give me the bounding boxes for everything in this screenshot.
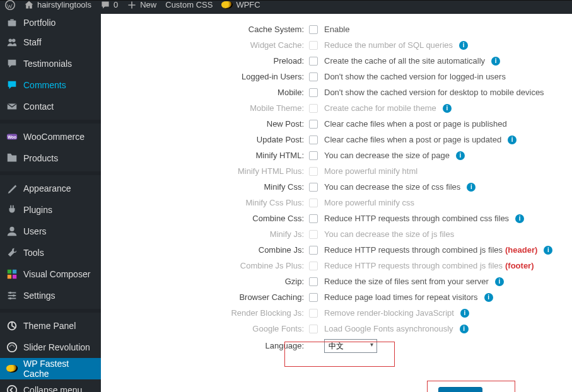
checkbox-combine-js[interactable]	[309, 246, 318, 255]
checkbox-combine-js-plus	[309, 262, 318, 270]
testimonials-icon	[6, 58, 18, 69]
home-icon	[24, 0, 34, 10]
setting-row-new-post: New Post:Clear cache files when a post o…	[101, 116, 572, 132]
sidebar-item-settings[interactable]: Settings	[0, 285, 101, 306]
setting-description: Reduce the size of files sent from your …	[324, 277, 489, 286]
checkbox-gzip[interactable]	[309, 277, 318, 286]
setting-label: Minify Js:	[101, 229, 309, 239]
checkbox-minify-html[interactable]	[309, 151, 318, 160]
checkbox-mobile[interactable]	[309, 88, 318, 97]
sidebar-item-appearance[interactable]: Appearance	[0, 178, 101, 199]
setting-description: Remove render-blocking JavaScript	[324, 308, 454, 318]
sidebar-item-label: Collapse menu	[23, 385, 82, 392]
checkbox-cache-system[interactable]	[309, 25, 318, 34]
new-content[interactable]: New	[127, 0, 156, 10]
sidebar-item-label: Appearance	[23, 183, 71, 193]
setting-row-minify-css-plus: Minify Css Plus:More powerful minify css	[101, 195, 572, 210]
submit-button[interactable]: Submit	[438, 387, 482, 392]
checkbox-preload[interactable]	[309, 57, 318, 66]
setting-label: Mobile:	[101, 88, 309, 97]
info-icon[interactable]	[515, 214, 524, 223]
checkbox-render-blocking-js	[309, 309, 318, 318]
custom-css[interactable]: Custom CSS	[165, 0, 213, 9]
info-icon[interactable]	[544, 246, 552, 255]
info-icon[interactable]	[495, 277, 504, 286]
setting-description: Reduce page load times for repeat visito…	[324, 292, 478, 302]
sidebar-item-staff[interactable]: Staff	[0, 32, 101, 53]
wordpress-icon	[5, 0, 15, 10]
info-icon[interactable]	[460, 325, 469, 333]
svg-rect-13	[8, 275, 11, 279]
checkbox-minify-css[interactable]	[309, 183, 318, 192]
svg-rect-12	[13, 270, 16, 274]
language-label: Language:	[101, 341, 309, 350]
sidebar-item-label: Testimonials	[23, 59, 72, 69]
info-icon[interactable]	[459, 41, 468, 50]
setting-label: New Post:	[101, 119, 309, 129]
language-select[interactable]: 中文	[324, 339, 377, 353]
checkbox-new-post[interactable]	[309, 120, 318, 129]
setting-description: Enable	[324, 25, 349, 34]
plus-icon	[127, 0, 137, 10]
sidebar-item-plugins[interactable]: Plugins	[0, 199, 101, 221]
sidebar-item-comments[interactable]: Comments	[0, 74, 101, 96]
setting-row-cache-system: Cache System:Enable	[101, 21, 572, 37]
setting-label: Google Fonts:	[101, 324, 309, 333]
checkbox-combine-css[interactable]	[309, 214, 318, 223]
sidebar-item-contact[interactable]: Contact	[0, 96, 101, 117]
sidebar-item-users[interactable]: Users	[0, 221, 101, 242]
wpfc-toolbar[interactable]: WPFC	[221, 0, 260, 9]
setting-description: Clear cache files when a post or page is…	[324, 135, 501, 144]
info-icon[interactable]	[467, 183, 476, 192]
setting-row-logged-in: Logged-in Users:Don't show the cached ve…	[101, 69, 572, 84]
new-label: New	[140, 0, 156, 9]
setting-row-widget-cache: Widget Cache:Reduce the number of SQL qu…	[101, 37, 572, 53]
info-icon[interactable]	[491, 57, 500, 66]
sidebar-item-label: Settings	[23, 291, 55, 301]
checkbox-browser-caching[interactable]	[309, 293, 318, 302]
wp-logo[interactable]	[5, 0, 15, 10]
info-icon[interactable]	[484, 293, 493, 302]
sidebar-item-label: Plugins	[23, 205, 52, 215]
sidebar-item-label: WP Fastest Cache	[23, 359, 95, 379]
setting-description: Load Google Fonts asynchronously	[324, 324, 453, 333]
sidebar-item-products[interactable]: Products	[0, 147, 101, 169]
sidebar-item-label: Theme Panel	[23, 321, 76, 331]
setting-label: Preload:	[101, 56, 309, 66]
sidebar-item-wp-fastest-cache[interactable]: WP Fastest Cache	[0, 358, 101, 379]
sidebar-item-visual-composer[interactable]: Visual Composer	[0, 263, 101, 285]
sidebar-item-collapse[interactable]: Collapse menu	[0, 379, 101, 392]
sidebar-item-woocommerce[interactable]: WooWooCommerce	[0, 126, 101, 147]
setting-label: Gzip:	[101, 277, 309, 286]
sidebar-item-testimonials[interactable]: Testimonials	[0, 53, 101, 74]
info-icon[interactable]	[456, 151, 465, 160]
setting-label: Minify Css:	[101, 182, 309, 192]
users-icon	[6, 226, 18, 237]
comments-bubble[interactable]: 0	[100, 0, 118, 10]
setting-row-render-blocking-js: Render Blocking Js:Remove render-blockin…	[101, 305, 572, 321]
svg-point-10	[9, 227, 14, 231]
cheetah-icon	[221, 1, 233, 9]
setting-row-preload: Preload:Create the cache of all the site…	[101, 53, 572, 69]
setting-label: Minify HTML:	[101, 151, 309, 160]
info-icon[interactable]	[443, 104, 452, 113]
comment-count: 0	[114, 0, 118, 9]
sidebar-item-slider-revolution[interactable]: Slider Revolution	[0, 337, 101, 358]
setting-row-mobile: Mobile:Don't show the cached version for…	[101, 84, 572, 100]
sidebar-item-portfolio[interactable]: Portfolio	[0, 14, 101, 32]
sidebar-item-theme-panel[interactable]: Theme Panel	[0, 315, 101, 337]
info-icon[interactable]	[460, 309, 469, 318]
checkbox-update-post[interactable]	[309, 135, 318, 144]
setting-row-minify-js: Minify Js:You can decrease the size of j…	[101, 226, 572, 242]
sidebar-item-tools[interactable]: Tools	[0, 242, 101, 263]
setting-description: More powerful minify css	[324, 198, 414, 207]
setting-description: Create cache for mobile theme	[324, 103, 436, 113]
sidebar-item-label: Staff	[23, 37, 42, 47]
info-icon[interactable]	[508, 135, 517, 144]
checkbox-logged-in[interactable]	[309, 72, 318, 81]
setting-row-combine-js-plus: Combine Js Plus:Reduce HTTP requests thr…	[101, 258, 572, 274]
site-name-label: hairstylingtools	[37, 0, 91, 9]
comments-icon	[6, 79, 18, 91]
site-name[interactable]: hairstylingtools	[24, 0, 91, 10]
checkbox-google-fonts	[309, 325, 318, 333]
